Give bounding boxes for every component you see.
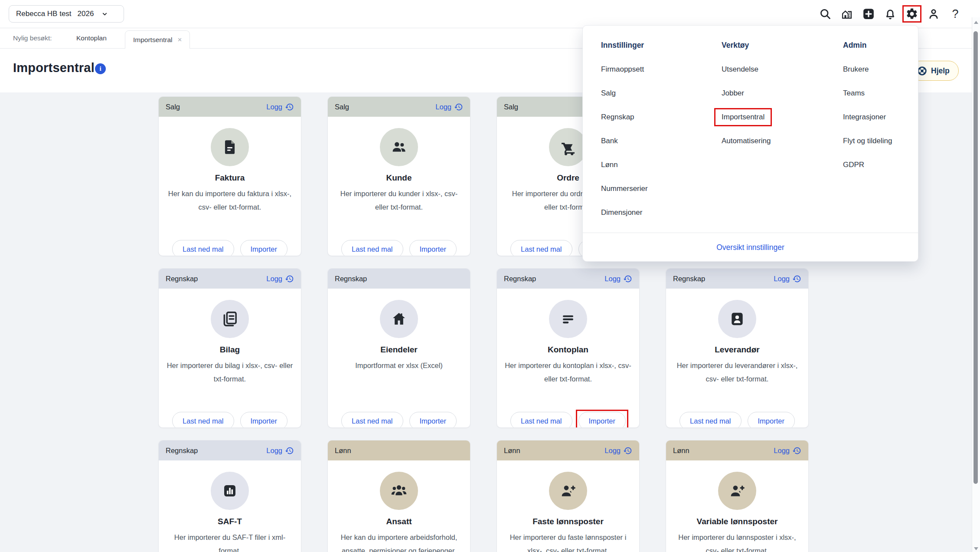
menu-item-flyt-og-tildeling[interactable]: Flyt og tildeling [843, 129, 951, 153]
card-header: Salg Logg [159, 97, 301, 117]
card-actions: Last ned mal Importer [159, 240, 301, 256]
card-title: SAF-T [159, 517, 301, 526]
scrollbar-down-arrow[interactable] [974, 547, 978, 550]
user-icon[interactable] [923, 4, 944, 23]
log-link-label: Logg [266, 275, 282, 283]
menu-item-label: Flyt og tildeling [843, 137, 892, 145]
import-button[interactable]: Importer [240, 240, 287, 256]
employees-group-icon [390, 482, 408, 500]
company-selector[interactable]: Rebecca HB test 2026 [9, 5, 124, 23]
menu-item-label: Salg [601, 89, 616, 98]
tab-kontoplan[interactable]: Kontoplan [74, 28, 109, 48]
menu-item-utsendelse[interactable]: Utsendelse [722, 57, 830, 81]
import-button[interactable]: Importer [409, 240, 457, 256]
company-building-icon[interactable] [836, 4, 858, 23]
person-add-icon [728, 482, 746, 499]
download-template-button[interactable]: Last ned mal [341, 240, 403, 256]
card-description: Her importerer du lønnsposter i xlsx-, c… [674, 531, 800, 552]
settings-gear-icon [905, 7, 918, 20]
log-link[interactable]: Logg [604, 274, 632, 283]
tab-importsentral-label: Importsentral [133, 36, 172, 44]
notifications-bell-icon[interactable] [879, 4, 901, 23]
card-icon-circle [549, 300, 587, 338]
settings-overview-link[interactable]: Oversikt innstillinger [716, 243, 784, 252]
log-link[interactable]: Logg [266, 446, 294, 455]
card-icon-circle [380, 300, 418, 338]
home-icon [391, 311, 407, 327]
voucher-stack-icon [221, 310, 238, 328]
menu-item-teams[interactable]: Teams [843, 81, 951, 105]
menu-item-brukere[interactable]: Brukere [843, 57, 951, 81]
menu-item-regnskap[interactable]: Regnskap [601, 105, 709, 129]
create-new-icon[interactable] [858, 4, 879, 23]
menu-item-integrasjoner[interactable]: Integrasjoner [843, 105, 951, 129]
card-body: Ansatt Her kan du importere arbeidsforho… [328, 472, 470, 552]
order-cart-icon [559, 138, 577, 156]
account-lines-icon [559, 310, 577, 328]
menu-item-dimensjoner[interactable]: Dimensjoner [601, 200, 709, 224]
menu-item-label: Jobber [722, 89, 744, 98]
download-template-button[interactable]: Last ned mal [510, 412, 572, 428]
log-link[interactable]: Logg [266, 102, 294, 112]
card-body: Variable lønnsposter Her importerer du l… [666, 472, 808, 552]
download-template-button[interactable]: Last ned mal [341, 412, 403, 428]
download-template-button[interactable]: Last ned mal [172, 240, 234, 256]
menu-item-label: Automatisering [722, 137, 771, 145]
card-description: Her importerer du kontoplan i xlsx-, csv… [505, 359, 631, 386]
card-description: Her importerer du bilag i xlsx-, csv- el… [167, 359, 293, 386]
card-body: Eiendeler Importformat er xlsx (Excel) L… [328, 300, 470, 428]
menu-item-lønn[interactable]: Lønn [601, 153, 709, 177]
menu-item-importsentral[interactable]: Importsentral [722, 105, 830, 129]
card-title: Eiendeler [328, 345, 470, 355]
log-link[interactable]: Logg [774, 274, 801, 283]
menu-item-nummerserier[interactable]: Nummerserier [601, 177, 709, 200]
scrollbar-up-arrow[interactable] [974, 21, 978, 24]
download-template-button[interactable]: Last ned mal [679, 412, 741, 428]
menu-column-innstillinger: InnstillingerFirmaoppsettSalgRegnskapBan… [601, 33, 709, 224]
import-button[interactable]: Importer [409, 412, 457, 428]
import-button[interactable]: Importer [240, 412, 287, 428]
menu-item-jobber[interactable]: Jobber [722, 81, 830, 105]
menu-item-salg[interactable]: Salg [601, 81, 709, 105]
history-icon [285, 102, 294, 112]
log-link[interactable]: Logg [604, 446, 632, 455]
help-question-icon[interactable]: ? [944, 4, 966, 23]
log-link[interactable]: Logg [435, 102, 463, 112]
search-icon[interactable] [814, 4, 836, 23]
card-icon-circle [211, 300, 249, 338]
menu-item-automatisering[interactable]: Automatisering [722, 129, 830, 153]
card-body: Kunde Her importerer du kunder i xlsx-, … [328, 128, 470, 256]
card-category-label: Salg [335, 103, 349, 111]
menu-item-bank[interactable]: Bank [601, 129, 709, 153]
info-icon[interactable]: i [95, 63, 106, 74]
log-link-label: Logg [604, 275, 621, 283]
card-description: Her kan du importere du faktura i xlsx-,… [167, 187, 293, 214]
card-icon-circle [211, 472, 249, 510]
person-add-icon [559, 482, 577, 499]
log-link[interactable]: Logg [266, 274, 294, 283]
download-template-button[interactable]: Last ned mal [510, 240, 572, 256]
tab-importsentral[interactable]: Importsentral × [125, 30, 190, 49]
settings-gear-icon[interactable] [901, 4, 923, 23]
download-template-button[interactable]: Last ned mal [172, 412, 234, 428]
import-card: Regnskap Logg Kontoplan Her importerer d… [497, 268, 640, 428]
menu-item-firmaoppsett[interactable]: Firmaoppsett [601, 57, 709, 81]
card-category-label: Regnskap [335, 275, 367, 283]
close-tab-icon[interactable]: × [177, 36, 182, 43]
settings-dropdown-menu: Oversikt innstillinger InnstillingerFirm… [582, 25, 918, 262]
card-icon-circle [380, 472, 418, 510]
import-button[interactable]: Importer [578, 412, 626, 428]
vertical-scrollbar[interactable] [972, 17, 980, 552]
import-button[interactable]: Importer [748, 412, 795, 428]
menu-item-gdpr[interactable]: GDPR [843, 153, 951, 177]
card-header: Regnskap Logg [159, 440, 301, 460]
menu-item-label: Utsendelse [722, 65, 758, 74]
card-title: Faktura [159, 173, 301, 183]
card-title: Faste lønnsposter [497, 517, 639, 526]
card-header: Regnskap Logg [159, 269, 301, 289]
card-icon-circle [718, 472, 756, 510]
menu-footer: Oversikt innstillinger [583, 233, 918, 262]
card-title: Kunde [328, 173, 470, 183]
scrollbar-thumb[interactable] [973, 31, 978, 484]
log-link[interactable]: Logg [774, 446, 801, 455]
